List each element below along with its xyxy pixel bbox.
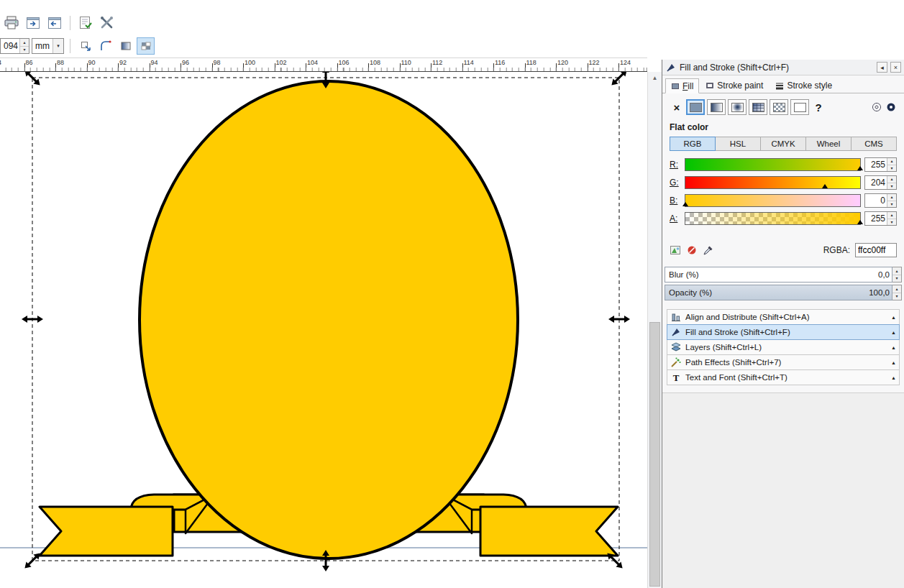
slider-marker[interactable] bbox=[822, 184, 828, 188]
unknown-paint-button[interactable]: ? bbox=[811, 101, 826, 114]
scale-handle-w[interactable] bbox=[22, 316, 43, 323]
slider-marker[interactable] bbox=[857, 220, 863, 224]
docked-dialog-list: Align and Distribute (Shift+Ctrl+A) ▲ Fi… bbox=[662, 309, 904, 385]
spin-down-button[interactable]: ▾ bbox=[887, 183, 896, 190]
collapse-icon[interactable]: ▲ bbox=[891, 360, 896, 365]
color-picker-icon[interactable] bbox=[703, 244, 714, 256]
alpha-slider[interactable] bbox=[685, 212, 861, 225]
red-value-spinbox[interactable]: 255 ▴▾ bbox=[864, 157, 897, 172]
alpha-value[interactable]: 255 bbox=[865, 212, 887, 225]
flat-color-button[interactable] bbox=[686, 99, 705, 115]
fill-rule-evenodd-button[interactable] bbox=[870, 101, 882, 114]
spin-up-button[interactable]: ▴ bbox=[892, 267, 901, 275]
scrollbar-thumb[interactable] bbox=[649, 322, 660, 587]
dock-fill-and-stroke[interactable]: Fill and Stroke (Shift+Ctrl+F) ▲ bbox=[667, 324, 900, 340]
fill-rule-nonzero-button[interactable] bbox=[885, 101, 897, 114]
red-value[interactable]: 255 bbox=[865, 158, 887, 171]
no-paint-button[interactable]: × bbox=[670, 101, 684, 114]
red-slider[interactable] bbox=[685, 158, 861, 171]
tab-rgb[interactable]: RGB bbox=[670, 137, 716, 151]
radial-gradient-button[interactable] bbox=[728, 99, 747, 115]
tab-cmyk[interactable]: CMYK bbox=[760, 137, 806, 151]
toolbar-separator bbox=[70, 16, 70, 30]
gamut-icon[interactable] bbox=[670, 244, 681, 256]
spin-down-button[interactable]: ▾ bbox=[892, 293, 901, 300]
undock-panel-button[interactable]: ◂ bbox=[877, 62, 887, 73]
spin-down-button[interactable]: ▾ bbox=[887, 201, 896, 208]
green-value-spinbox[interactable]: 204 ▴▾ bbox=[864, 175, 897, 190]
ribbon-wing-left[interactable] bbox=[40, 507, 173, 556]
slider-marker[interactable] bbox=[857, 166, 863, 170]
tab-cms[interactable]: CMS bbox=[851, 137, 897, 151]
spin-up-button[interactable]: ▴ bbox=[887, 176, 896, 183]
ribbon-wing-right[interactable] bbox=[480, 507, 618, 556]
slider-marker[interactable] bbox=[682, 202, 688, 206]
export-button[interactable] bbox=[45, 14, 65, 32]
move-gradients-toggle-button[interactable] bbox=[117, 37, 134, 55]
mesh-gradient-button[interactable] bbox=[749, 99, 767, 115]
close-panel-button[interactable]: × bbox=[890, 62, 901, 73]
dock-label: Fill and Stroke (Shift+Ctrl+F) bbox=[685, 328, 887, 336]
print-button[interactable] bbox=[1, 14, 22, 32]
spin-down-button[interactable]: ▾ bbox=[887, 219, 896, 226]
rgba-input[interactable] bbox=[855, 243, 897, 257]
blur-row: Blur (%) 0,0 ▴▾ bbox=[665, 267, 902, 282]
pattern-button[interactable] bbox=[770, 99, 788, 115]
horizontal-ruler[interactable]: 8486889092949698100102104106108110112114… bbox=[0, 59, 647, 72]
canvas-area[interactable] bbox=[0, 72, 647, 588]
spellcheck-button[interactable] bbox=[76, 14, 96, 32]
scrollbar-up-button[interactable]: ▲ bbox=[648, 72, 662, 84]
green-value[interactable]: 204 bbox=[865, 176, 887, 189]
dock-label: Layers (Shift+Ctrl+L) bbox=[685, 343, 887, 352]
tab-wheel[interactable]: Wheel bbox=[805, 137, 852, 151]
dock-align-and-distribute[interactable]: Align and Distribute (Shift+Ctrl+A) ▲ bbox=[667, 309, 900, 325]
dock-layers[interactable]: Layers (Shift+Ctrl+L) ▲ bbox=[667, 339, 900, 355]
spin-up-button[interactable]: ▴ bbox=[892, 285, 901, 293]
tab-stroke-style[interactable]: Stroke style bbox=[770, 78, 838, 93]
dock-path-effects[interactable]: Path Effects (Shift+Ctrl+7) ▲ bbox=[667, 354, 900, 370]
canvas[interactable] bbox=[0, 72, 647, 588]
tab-fill[interactable]: Fill bbox=[665, 78, 699, 93]
green-slider[interactable] bbox=[685, 176, 861, 189]
dock-text-and-font[interactable]: T Text and Font (Shift+Ctrl+T) ▲ bbox=[667, 369, 900, 385]
scale-corners-toggle-button[interactable] bbox=[96, 37, 114, 55]
spin-up-button[interactable]: ▴ bbox=[20, 39, 29, 47]
spin-down-button[interactable]: ▾ bbox=[887, 165, 896, 172]
blue-slider[interactable] bbox=[685, 194, 861, 207]
tab-stroke-paint[interactable]: Stroke paint bbox=[700, 78, 769, 93]
fill-stroke-tabs: Fill Stroke paint Stroke style bbox=[662, 75, 904, 93]
import-button[interactable] bbox=[23, 14, 43, 32]
blue-value-spinbox[interactable]: 0 ▴▾ bbox=[864, 193, 897, 208]
blue-value[interactable]: 0 bbox=[865, 194, 887, 207]
alpha-value-spinbox[interactable]: 255 ▴▾ bbox=[864, 211, 897, 226]
dropdown-arrow-icon[interactable]: ▾ bbox=[52, 39, 63, 53]
blur-value[interactable]: 0,0 bbox=[878, 270, 890, 279]
spin-down-button[interactable]: ▾ bbox=[892, 275, 901, 282]
scale-stroke-toggle-button[interactable] bbox=[76, 37, 94, 55]
unit-dropdown[interactable]: mm ▾ bbox=[32, 38, 64, 54]
ruler-tick bbox=[431, 63, 432, 71]
no-color-icon[interactable] bbox=[686, 244, 698, 256]
spin-down-button[interactable]: ▾ bbox=[20, 47, 29, 54]
spin-up-button[interactable]: ▴ bbox=[887, 158, 896, 165]
x-coordinate-spinbox[interactable]: 094 ▴ ▾ bbox=[0, 38, 29, 54]
spin-up-button[interactable]: ▴ bbox=[887, 212, 896, 219]
ruler-label: 96 bbox=[182, 59, 189, 66]
move-patterns-toggle-button[interactable] bbox=[137, 37, 155, 55]
collapse-icon[interactable]: ▲ bbox=[891, 330, 896, 335]
opacity-value[interactable]: 100,0 bbox=[869, 288, 890, 297]
blur-slider[interactable]: Blur (%) 0,0 bbox=[665, 267, 892, 282]
preferences-button[interactable] bbox=[97, 14, 117, 32]
collapse-icon[interactable]: ▲ bbox=[891, 345, 896, 350]
spin-up-button[interactable]: ▴ bbox=[887, 194, 896, 201]
swatch-button[interactable] bbox=[790, 99, 809, 115]
opacity-slider[interactable]: Opacity (%) 100,0 bbox=[665, 285, 892, 300]
dock-label: Align and Distribute (Shift+Ctrl+A) bbox=[685, 313, 887, 321]
vertical-scrollbar[interactable]: ▲ bbox=[647, 72, 662, 588]
ellipse-shape[interactable] bbox=[140, 81, 518, 559]
collapse-icon[interactable]: ▲ bbox=[891, 315, 896, 320]
linear-gradient-button[interactable] bbox=[707, 99, 726, 115]
collapse-icon[interactable]: ▲ bbox=[891, 375, 896, 380]
tab-hsl[interactable]: HSL bbox=[715, 137, 761, 151]
x-coordinate-value[interactable]: 094 bbox=[1, 39, 19, 53]
